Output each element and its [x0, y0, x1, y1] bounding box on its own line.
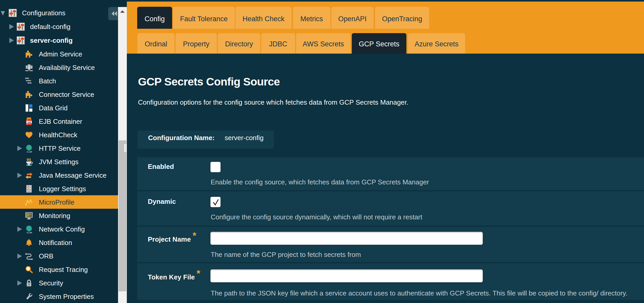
svg-text:JAR: JAR — [27, 121, 31, 124]
